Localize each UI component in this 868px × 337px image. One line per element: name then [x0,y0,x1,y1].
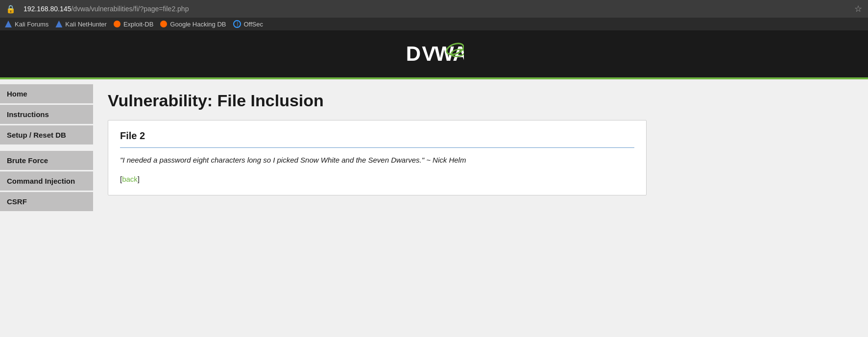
sidebar-item-instructions[interactable]: Instructions [0,105,93,124]
offsec-label: OffSec [244,21,264,28]
dvwa-logo-swoosh: WA [434,39,464,69]
main-layout: Home Instructions Setup / Reset DB Brute… [0,79,868,275]
bookmark-item-offsec[interactable]: OffSec [233,20,264,28]
dvwa-header: DV WA [0,30,868,79]
bookmark-item-google-hacking-db[interactable]: Google Hacking DB [160,21,226,28]
back-link-line: [back] [120,175,634,183]
bookmark-star-icon[interactable]: ☆ [854,3,862,14]
browser-chrome: 🔒 192.168.80.145/dvwa/vulnerabilities/fi… [0,0,868,30]
sidebar-item-brute-force[interactable]: Brute Force [0,151,93,170]
sidebar-item-setup-reset-db[interactable]: Setup / Reset DB [0,125,93,144]
address-bar-host: 192.168.80.145 [24,5,71,13]
kali-nethunter-icon [55,21,62,27]
sidebar-item-command-injection[interactable]: Command Injection [0,171,93,191]
quote-text: "I needed a password eight characters lo… [120,156,634,164]
content-divider [120,147,634,148]
address-bar-row: 🔒 192.168.80.145/dvwa/vulnerabilities/fi… [0,0,868,18]
google-hacking-db-label: Google Hacking DB [170,21,226,28]
bookmark-item-exploit-db[interactable]: Exploit-DB [114,21,153,28]
bookmarks-bar: Kali Forums Kali NetHunter Exploit-DB Go… [0,18,868,30]
kali-nethunter-label: Kali NetHunter [65,21,107,28]
offsec-icon [233,20,241,28]
file-title: File 2 [120,130,634,142]
security-icon: 🔒 [6,4,16,14]
sidebar-item-home[interactable]: Home [0,84,93,103]
exploit-db-label: Exploit-DB [123,21,153,28]
bookmark-item-kali-forums[interactable]: Kali Forums [5,21,48,28]
content-area: Vulnerability: File Inclusion File 2 "I … [93,79,868,275]
address-bar-path: /dvwa/vulnerabilities/fi/?page=file2.php [71,5,189,13]
sidebar-divider [0,146,93,151]
dvwa-logo-text: DV [406,42,436,66]
bookmark-item-kali-nethunter[interactable]: Kali NetHunter [55,21,107,28]
content-box: File 2 "I needed a password eight charac… [108,120,647,195]
exploit-db-icon [114,21,121,27]
back-bracket-close: ] [138,175,140,183]
sidebar: Home Instructions Setup / Reset DB Brute… [0,79,93,275]
back-link[interactable]: back [122,175,138,183]
kali-forums-label: Kali Forums [15,21,48,28]
page-title: Vulnerability: File Inclusion [108,91,853,110]
address-bar[interactable]: 192.168.80.145/dvwa/vulnerabilities/fi/?… [20,3,850,15]
dvwa-logo: DV WA [406,39,462,69]
sidebar-item-csrf[interactable]: CSRF [0,192,93,211]
kali-forums-icon [5,21,12,27]
google-hacking-db-icon [160,21,167,27]
